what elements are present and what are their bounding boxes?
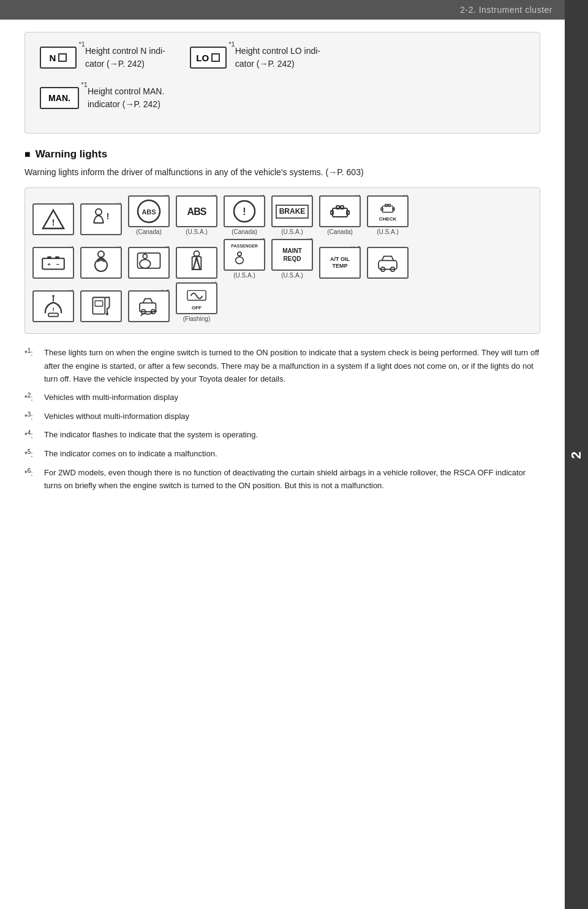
warning-heading: Warning lights bbox=[36, 148, 107, 160]
wl-at-oil-temp-box: A/T OILTEMP bbox=[319, 247, 361, 279]
svg-point-44 bbox=[52, 295, 55, 298]
svg-text:!: ! bbox=[107, 211, 110, 221]
wl-airbag-curtain-box bbox=[128, 247, 170, 279]
svg-rect-17 bbox=[385, 204, 388, 206]
wl-fuel bbox=[79, 290, 123, 322]
wl-engine-canada-label: (Canada) bbox=[327, 228, 353, 235]
height-n-indicator: *1 N Height control N indi-cator (→P. 24… bbox=[40, 45, 165, 70]
svg-point-28 bbox=[140, 260, 151, 268]
footnote-4-key: *4: bbox=[24, 428, 42, 442]
footnote-2: *2: Vehicles with multi-information disp… bbox=[24, 391, 540, 405]
wl-brake-canada-label: (Canada) bbox=[232, 228, 257, 235]
airbag-curtain-icon bbox=[135, 249, 162, 276]
footnote-1: *1: These lights turn on when the engine… bbox=[24, 346, 540, 385]
wl-battery: *1 + − bbox=[31, 247, 75, 279]
footnote-6-text: For 2WD models, even though there is no … bbox=[44, 466, 540, 492]
height-n-label: N bbox=[50, 53, 56, 63]
footnote-1-text: These lights turn on when the engine swi… bbox=[44, 346, 540, 385]
svg-rect-20 bbox=[47, 257, 51, 259]
svg-rect-12 bbox=[336, 206, 339, 209]
wl-passenger-airbag: *3 PASSENGER (U.S.A.) bbox=[222, 239, 266, 279]
wl-passenger-airbag-box: PASSENGER bbox=[224, 239, 265, 271]
wl-skid-control: *1,5 bbox=[127, 290, 171, 322]
footnotes-section: *1: These lights turn on when the engine… bbox=[24, 346, 540, 492]
height-lo-indicator: *1 LO Height control LO indi-cator (→P. … bbox=[190, 45, 320, 70]
at-oil-temp-text: A/T OILTEMP bbox=[330, 256, 350, 270]
wl-person-airbag-box bbox=[80, 247, 122, 279]
wl-abs-usa: *1 ABS (U.S.A.) bbox=[175, 195, 219, 235]
svg-rect-13 bbox=[341, 206, 344, 209]
wl-engine-canada-box bbox=[319, 195, 361, 227]
wl-triangle: *2 ! bbox=[31, 203, 75, 235]
car-skid-small-icon bbox=[374, 252, 401, 274]
passenger-label: PASSENGER bbox=[231, 244, 257, 249]
warning-section-header: Warning lights bbox=[24, 148, 540, 160]
height-n-square-icon bbox=[58, 53, 67, 62]
footnote-4: *4: The indicator flashes to indicate th… bbox=[24, 428, 540, 442]
seatbelt-icon bbox=[186, 249, 208, 276]
wl-check-eng: *1 CHECK (U.S.A.) bbox=[366, 195, 410, 235]
footnote-2-key: *2: bbox=[24, 391, 42, 405]
wl-fuel-box bbox=[80, 290, 122, 322]
height-man-label: MAN. bbox=[48, 93, 70, 103]
wl-seatbelt-box bbox=[176, 247, 217, 279]
svg-point-25 bbox=[95, 259, 107, 271]
height-lo-star: *1 bbox=[228, 40, 235, 48]
maint-reqd-text: MAINTREQD bbox=[282, 247, 302, 263]
svg-rect-19 bbox=[42, 258, 64, 270]
wl-rsca-off: *1 OFF (Flashing) bbox=[175, 282, 219, 322]
wl-triangle-box: ! bbox=[32, 203, 74, 235]
svg-point-2 bbox=[96, 209, 102, 215]
wl-at-oil-temp: *1,3 A/T OILTEMP bbox=[318, 247, 362, 279]
svg-point-36 bbox=[236, 257, 244, 263]
wl-car-small bbox=[366, 247, 410, 279]
footnote-3-text: Vehicles without multi-information displ… bbox=[44, 410, 189, 423]
person-airbag-icon bbox=[88, 249, 115, 276]
wl-brake-usa-box: BRAKE bbox=[271, 195, 313, 227]
indicator-section: *1 N Height control N indi-cator (→P. 24… bbox=[24, 32, 540, 134]
svg-text:−: − bbox=[56, 261, 60, 268]
wl-tpms: *1 ! bbox=[31, 290, 75, 322]
footnote-5-key: *5: bbox=[24, 447, 42, 461]
wl-abs-usa-label: (U.S.A.) bbox=[186, 228, 208, 235]
warning-row-1: *2 ! *1 bbox=[31, 195, 533, 235]
wl-check-eng-label: (U.S.A.) bbox=[377, 228, 399, 235]
rsca-off-icon bbox=[186, 287, 208, 305]
abs-text-label: ABS bbox=[187, 206, 206, 217]
height-n-star: *1 bbox=[79, 40, 85, 48]
wl-person-exclaim: *1 ! bbox=[79, 203, 123, 235]
indicator-row-top: *1 N Height control N indi-cator (→P. 24… bbox=[40, 45, 525, 80]
svg-line-32 bbox=[194, 257, 197, 270]
height-man-indicator: *1 MAN. Height control MAN.indicator (→P… bbox=[40, 85, 164, 111]
triangle-warning-icon: ! bbox=[41, 208, 66, 230]
footnote-2-text: Vehicles with multi-information display bbox=[44, 391, 178, 404]
height-n-box-wrap: *1 N bbox=[40, 47, 77, 69]
height-lo-desc: Height control LO indi-cator (→P. 242) bbox=[235, 45, 320, 70]
check-engine-icon bbox=[378, 202, 398, 215]
wl-passenger-airbag-label: (U.S.A.) bbox=[233, 272, 255, 279]
check-label: CHECK bbox=[379, 216, 396, 222]
footnote-6-key: *6: bbox=[24, 466, 42, 480]
height-lo-label: LO bbox=[196, 53, 209, 63]
wl-battery-box: + − bbox=[32, 247, 74, 279]
svg-text:!: ! bbox=[52, 217, 55, 227]
svg-rect-21 bbox=[55, 257, 59, 259]
height-n-box: N bbox=[40, 47, 77, 69]
chapter-tab: 2 bbox=[565, 0, 588, 909]
wl-tpms-box: ! bbox=[32, 290, 74, 322]
wl-maint-reqd-label: (U.S.A.) bbox=[281, 272, 303, 279]
warning-grid: *2 ! *1 bbox=[24, 187, 540, 334]
wl-brake-canada: *1 ! (Canada) bbox=[222, 195, 266, 235]
skid-control-icon bbox=[135, 293, 162, 320]
wl-maint-reqd: *3 MAINTREQD (U.S.A.) bbox=[270, 239, 314, 279]
footnote-5: *5: The indicator comes on to indicate a… bbox=[24, 447, 540, 461]
svg-rect-41 bbox=[48, 314, 58, 317]
wl-person-exclaim-box: ! bbox=[80, 203, 122, 235]
height-lo-box-wrap: *1 LO bbox=[190, 47, 227, 69]
height-man-desc: Height control MAN.indicator (→P. 242) bbox=[88, 85, 164, 111]
exclaim-circle-icon: ! bbox=[232, 198, 257, 224]
wl-abs-usa-box: ABS bbox=[176, 195, 217, 227]
rsca-off-text: OFF bbox=[192, 305, 202, 311]
footnote-5-text: The indicator comes on to indicate a mal… bbox=[44, 447, 217, 460]
wl-abs-canada-box: ABS bbox=[128, 195, 170, 227]
